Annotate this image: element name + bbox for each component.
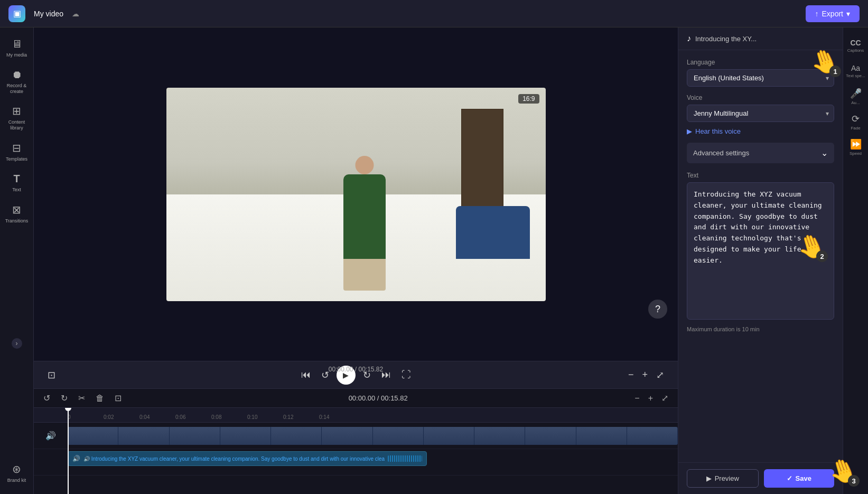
audio-track-text: 🔊 Introducing the XYZ vacuum cleaner, yo… bbox=[83, 456, 385, 462]
save-icon: ✓ bbox=[787, 474, 792, 482]
skip-back-button[interactable]: ⏮ bbox=[298, 366, 314, 384]
timeline-toolbar: ↺ ↻ ✂ 🗑 ⊡ 00:00.00 / 00:15.82 − + ⤢ bbox=[34, 389, 678, 408]
fade-panel-icon[interactable]: ⟳ Fade bbox=[845, 110, 866, 133]
video-thumb-9 bbox=[474, 427, 525, 445]
sidebar-item-text[interactable]: T Text bbox=[2, 169, 32, 197]
auto-panel-icon[interactable]: 🎤 Au... bbox=[845, 85, 866, 108]
transitions-icon: ⊠ bbox=[12, 203, 21, 216]
voice-select[interactable]: Jenny Multilingual John Sara Tom bbox=[687, 105, 834, 122]
video-canvas: 16:9 bbox=[166, 88, 546, 301]
video-track-label: 🔊 bbox=[34, 431, 68, 441]
sidebar-expand-button[interactable]: › bbox=[12, 338, 22, 349]
redo-button[interactable]: ↻ bbox=[58, 391, 71, 405]
fade-icon: ⟳ bbox=[852, 113, 860, 125]
ruler-mark-7: 0:14 bbox=[319, 414, 355, 420]
app-logo: ▣ bbox=[8, 5, 25, 22]
advanced-settings-label: Advanced settings bbox=[693, 149, 749, 157]
sidebar-item-content-library[interactable]: ⊞ Content library bbox=[2, 100, 32, 135]
export-icon: ↑ bbox=[815, 10, 819, 18]
panel-music-icon: ♪ bbox=[687, 34, 691, 43]
sidebar-item-record-create[interactable]: ⏺ Record & create bbox=[2, 64, 32, 99]
undo-button[interactable]: ↺ bbox=[40, 391, 53, 405]
preview-icons: ⊡ bbox=[44, 366, 59, 384]
hear-voice-play-icon: ▶ bbox=[687, 127, 692, 135]
aspect-ratio-badge: 16:9 bbox=[518, 94, 539, 104]
templates-icon: ⊟ bbox=[12, 142, 21, 154]
zoom-controls: − + ⤢ bbox=[625, 366, 667, 384]
voice-select-wrapper[interactable]: Jenny Multilingual John Sara Tom ▾ bbox=[687, 105, 834, 122]
subtitles-button[interactable]: ⊡ bbox=[44, 366, 59, 384]
zoom-out-button[interactable]: − bbox=[625, 366, 637, 384]
sidebar-label-templates: Templates bbox=[6, 156, 27, 162]
fade-icon-label: Fade bbox=[851, 126, 860, 131]
sidebar-label-my-media: My media bbox=[6, 52, 27, 58]
captions-icon: CC bbox=[850, 39, 861, 47]
video-thumb-2 bbox=[118, 427, 169, 445]
max-duration-note: Maximum duration is 10 min bbox=[687, 326, 834, 332]
text-speed-panel-icon[interactable]: Aa Text spe... bbox=[845, 59, 866, 82]
export-button[interactable]: ↑ Export ▾ bbox=[806, 5, 860, 22]
cut-button[interactable]: ✂ bbox=[75, 391, 88, 405]
sidebar-label-text: Text bbox=[12, 187, 21, 193]
video-thumb-7 bbox=[373, 427, 424, 445]
scene-person bbox=[343, 174, 386, 259]
preview-label: Preview bbox=[715, 474, 739, 482]
sidebar-item-brand-kit[interactable]: ⊛ Brand kit bbox=[2, 459, 32, 488]
captions-icon-label: Captions bbox=[847, 48, 864, 53]
timeline-zoom-out-button[interactable]: − bbox=[631, 392, 642, 405]
text-input[interactable]: Introducing the XYZ vacuum cleaner, your… bbox=[687, 182, 834, 320]
sidebar-item-templates[interactable]: ⊟ Templates bbox=[2, 137, 32, 166]
captions-panel-icon[interactable]: CC Captions bbox=[845, 34, 866, 57]
language-select-wrapper[interactable]: English (United States) English (UK) Spa… bbox=[687, 69, 834, 87]
ruler-mark-4: 0:08 bbox=[211, 414, 247, 420]
sidebar-label-content-library: Content library bbox=[4, 119, 30, 131]
panel-main: ♪ Introducing the XY... Language English… bbox=[678, 27, 843, 494]
timeline-playhead[interactable] bbox=[68, 408, 69, 494]
sidebar-item-my-media[interactable]: 🖥 My media bbox=[2, 34, 32, 62]
video-track-row: 🔊 bbox=[34, 423, 678, 449]
video-thumb-6 bbox=[322, 427, 372, 445]
video-thumb-4 bbox=[220, 427, 271, 445]
help-button[interactable]: ? bbox=[648, 300, 667, 319]
audio-track-row: 🔊 🔊 Introducing the XYZ vacuum cleaner, … bbox=[34, 449, 678, 476]
record-create-icon: ⏺ bbox=[12, 69, 22, 81]
video-title[interactable]: My video bbox=[34, 10, 63, 18]
language-select[interactable]: English (United States) English (UK) Spa… bbox=[687, 69, 834, 87]
audio-icon: 🔊 bbox=[72, 455, 80, 462]
text-section-label: Text bbox=[687, 172, 834, 179]
video-strip[interactable] bbox=[68, 427, 678, 445]
sidebar-label-record-create: Record & create bbox=[4, 83, 30, 95]
delete-button[interactable]: 🗑 bbox=[92, 392, 107, 405]
ruler-mark-6: 0:12 bbox=[283, 414, 319, 420]
ruler-mark-0: 0 bbox=[68, 414, 104, 420]
audio-strip[interactable]: 🔊 🔊 Introducing the XYZ vacuum cleaner, … bbox=[68, 451, 427, 466]
hear-voice-button[interactable]: ▶ Hear this voice bbox=[687, 127, 741, 135]
video-thumb-8 bbox=[424, 427, 474, 445]
sidebar-item-transitions[interactable]: ⊠ Transitions bbox=[2, 199, 32, 228]
video-preview: 16:9 ? bbox=[34, 27, 678, 361]
audio-waveform bbox=[388, 455, 422, 462]
timeline-content: 0 0:02 0:04 0:06 0:08 0:10 0:12 0:14 🔊 bbox=[34, 408, 678, 494]
duplicate-button[interactable]: ⊡ bbox=[111, 391, 125, 405]
my-media-icon: 🖥 bbox=[12, 38, 22, 50]
zoom-in-button[interactable]: + bbox=[639, 366, 651, 384]
save-label: Save bbox=[796, 474, 811, 482]
timeline-ruler: 0 0:02 0:04 0:06 0:08 0:10 0:12 0:14 bbox=[34, 408, 678, 423]
export-label: Export bbox=[822, 10, 843, 18]
export-arrow-icon: ▾ bbox=[846, 10, 850, 18]
expand-button[interactable]: ⤢ bbox=[653, 366, 667, 384]
preview-button[interactable]: ▶ Preview bbox=[687, 469, 759, 488]
preview-icon: ▶ bbox=[706, 474, 712, 482]
save-button[interactable]: ✓ Save bbox=[764, 469, 835, 488]
video-thumb-5 bbox=[271, 427, 322, 445]
timeline-expand-button[interactable]: ⤢ bbox=[658, 391, 671, 405]
audio-track-content[interactable]: 🔊 🔊 Introducing the XYZ vacuum cleaner, … bbox=[68, 449, 678, 475]
timeline-zoom-in-button[interactable]: + bbox=[645, 392, 656, 405]
timeline-zoom-controls: − + ⤢ bbox=[631, 391, 671, 405]
advanced-settings-row[interactable]: Advanced settings ⌄ bbox=[687, 143, 834, 163]
video-track-content[interactable] bbox=[68, 423, 678, 449]
fullscreen-button[interactable]: ⛶ bbox=[398, 366, 414, 384]
top-bar: ▣ My video ☁ ↑ Export ▾ bbox=[0, 0, 868, 27]
language-label: Language bbox=[687, 59, 834, 66]
speed-panel-icon[interactable]: ⏩ Speed bbox=[845, 135, 866, 159]
